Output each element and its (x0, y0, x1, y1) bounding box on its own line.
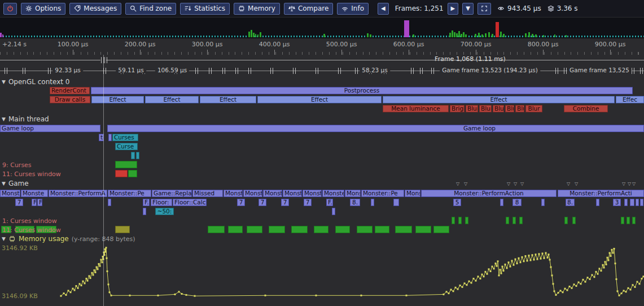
memory-usage-point[interactable] (632, 284, 634, 286)
zone-bar[interactable] (433, 226, 449, 233)
memory-usage-point[interactable] (589, 278, 591, 280)
zone-bar[interactable]: Monster::PerformAction (421, 190, 557, 197)
zone-bar[interactable]: Curses (112, 134, 138, 141)
memory-usage-point[interactable] (498, 274, 500, 276)
memory-usage-point[interactable] (611, 249, 613, 251)
memory-usage-point[interactable] (485, 271, 487, 273)
zone-bar[interactable]: Blur (466, 105, 478, 112)
memory-usage-point[interactable] (265, 295, 266, 296)
memory-usage-point[interactable] (597, 273, 599, 275)
memory-usage-point[interactable] (607, 257, 608, 259)
message-marker-icon[interactable]: ▽ (567, 182, 570, 186)
memory-usage-point[interactable] (582, 279, 584, 281)
zone-bar[interactable]: 8. (566, 199, 575, 206)
memory-usage-point[interactable] (555, 294, 557, 296)
memory-usage-point[interactable] (446, 291, 448, 292)
memory-usage-point[interactable] (614, 248, 615, 250)
memory-usage-point[interactable] (97, 268, 99, 270)
memory-usage-point[interactable] (477, 276, 479, 277)
thread-section-header[interactable]: ▼Main thread (2, 115, 49, 123)
memory-usage-point[interactable] (513, 264, 515, 266)
zone-bar[interactable] (512, 217, 516, 224)
memory-usage-point[interactable] (549, 259, 551, 261)
memory-usage-point[interactable] (551, 274, 553, 276)
message-marker-icon[interactable]: ▽ (464, 182, 467, 186)
memory-usage-point[interactable] (450, 289, 452, 291)
memory-usage-point[interactable] (616, 278, 617, 280)
memory-usage-point[interactable] (466, 284, 468, 286)
zone-bar[interactable]: Effect (91, 96, 144, 103)
memory-usage-point[interactable] (535, 253, 537, 255)
memory-usage-point[interactable] (547, 257, 549, 259)
zone-bar[interactable] (128, 170, 137, 177)
memory-usage-point[interactable] (316, 295, 317, 296)
memory-usage-point[interactable] (457, 288, 459, 290)
zone-bar[interactable]: Combine (564, 105, 608, 112)
zone-bar[interactable]: 7 (259, 199, 266, 206)
zone-bar[interactable] (115, 170, 128, 177)
zone-bar[interactable]: ~50: (155, 208, 174, 215)
memory-usage-point[interactable] (637, 281, 638, 283)
memory-usage-point[interactable] (540, 258, 542, 260)
memory-usage-point[interactable] (63, 292, 65, 294)
memory-usage-point[interactable] (65, 294, 67, 296)
zone-bar[interactable] (500, 199, 503, 206)
memory-usage-point[interactable] (129, 295, 131, 296)
zone-bar[interactable] (143, 208, 146, 215)
memory-usage-point[interactable] (592, 274, 593, 276)
memory-usage-point[interactable] (503, 270, 505, 272)
zone-bar[interactable]: Monster::Pe (108, 190, 151, 197)
zone-bar[interactable]: 5 (453, 199, 461, 206)
memory-usage-point[interactable] (361, 295, 362, 296)
memory-usage-point[interactable] (639, 283, 641, 285)
memory-usage-point[interactable] (174, 294, 176, 295)
zone-bar[interactable]: Monst (303, 190, 322, 197)
zone-bar[interactable]: Blur (525, 105, 542, 112)
zone-bar[interactable] (458, 217, 462, 224)
memory-usage-point[interactable] (492, 266, 493, 268)
memory-usage-point[interactable] (480, 278, 481, 279)
memory-usage-point[interactable] (573, 283, 575, 285)
zone-bar[interactable]: Game loop (0, 125, 100, 132)
memory-usage-point[interactable] (585, 281, 586, 283)
memory-usage-point[interactable] (595, 271, 597, 273)
zone-bar[interactable] (519, 217, 523, 224)
memory-usage-point[interactable] (459, 285, 461, 286)
memory-usage-point[interactable] (98, 263, 100, 265)
memory-usage-point[interactable] (488, 268, 490, 270)
zone-bar[interactable] (247, 226, 262, 233)
zone-bar[interactable]: Effect (383, 96, 615, 103)
memory-usage-point[interactable] (525, 255, 527, 257)
memory-usage-point[interactable] (89, 275, 90, 277)
memory-usage-point[interactable] (68, 290, 69, 291)
memory-usage-point[interactable] (550, 266, 552, 268)
memory-usage-point[interactable] (483, 276, 485, 277)
zone-bar[interactable]: Effect (145, 96, 199, 103)
memory-usage-point[interactable] (100, 259, 102, 261)
zone-bar[interactable] (108, 134, 112, 141)
memory-usage-point[interactable] (106, 257, 108, 259)
zone-bar[interactable]: Missed (192, 190, 223, 197)
zone-bar[interactable]: F. (143, 199, 150, 206)
message-marker-icon[interactable]: ▽ (575, 182, 578, 186)
zone-bar[interactable]: Monste (21, 190, 48, 197)
memory-usage-point[interactable] (94, 269, 95, 271)
zone-bar[interactable] (452, 217, 455, 224)
memory-usage-point[interactable] (90, 277, 91, 279)
memory-usage-point[interactable] (475, 280, 477, 282)
memory-usage-point[interactable] (495, 263, 497, 264)
zone-bar[interactable]: 8 (512, 199, 522, 206)
memory-usage-point[interactable] (567, 290, 568, 291)
zone-bar[interactable]: Curse (115, 143, 138, 150)
memory-usage-point[interactable] (621, 292, 623, 294)
memory-usage-point[interactable] (60, 295, 62, 297)
memory-usage-point[interactable] (506, 267, 508, 269)
zone-bar[interactable]: 7 (304, 199, 312, 206)
message-marker-icon[interactable]: ▽ (622, 182, 625, 186)
memory-usage-point[interactable] (558, 292, 559, 294)
memory-usage-point[interactable] (612, 252, 614, 254)
zone-bar[interactable] (269, 226, 285, 233)
memory-usage-point[interactable] (511, 260, 513, 261)
zone-bar[interactable] (108, 199, 111, 206)
memory-usage-point[interactable] (107, 270, 108, 272)
